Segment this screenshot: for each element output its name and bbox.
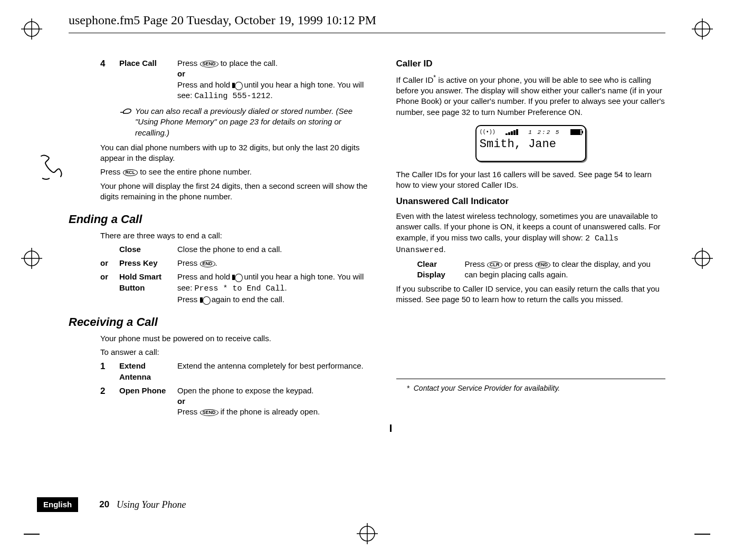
lcd-status-bar: ((•)) 1 2:2 5 <box>480 128 582 137</box>
end-key-icon: END <box>535 262 550 268</box>
send-key-icon: SEND <box>200 409 218 416</box>
text: Press and hold <box>177 80 232 89</box>
language-label: English <box>37 497 78 512</box>
text: Press <box>177 407 200 416</box>
text: if the phone is already open. <box>218 407 320 416</box>
signal-icon: ((•)) <box>480 129 495 136</box>
paragraph: There are three ways to end a call: <box>100 230 370 241</box>
note-text: You can also recall a previously dialed … <box>135 106 370 138</box>
paragraph: Your phone will display the first 24 dig… <box>100 181 370 202</box>
text: again to end the call. <box>209 295 285 304</box>
phone-illustration-icon <box>37 153 62 185</box>
text: . <box>285 283 287 292</box>
note-row: You can also recall a previously dialed … <box>119 106 370 138</box>
step-label: Open Phone <box>119 385 177 418</box>
text: is active on your phone, you will be abl… <box>396 75 665 117</box>
end-key-icon: END <box>200 260 215 267</box>
receive-step-2-row: 2 Open Phone Open the phone to expose th… <box>100 385 370 418</box>
registration-mark-icon <box>21 18 42 40</box>
lcd-caller-name: Smith, Jane <box>480 137 582 152</box>
row-body: Press CLR or press END to clear the disp… <box>465 259 666 281</box>
step-number: 1 <box>100 361 119 382</box>
text: Press <box>177 295 200 304</box>
text: to see the entire phone number. <box>138 167 252 176</box>
text: Press <box>100 167 123 176</box>
change-bar-icon <box>390 424 392 432</box>
or-label: or <box>177 397 185 405</box>
end-call-key-row: or Press Key Press END. <box>100 258 370 268</box>
step-number: 4 <box>100 58 119 102</box>
text: Press and hold <box>177 272 232 281</box>
smart-button-icon <box>232 82 242 89</box>
paragraph: To answer a call: <box>100 347 370 358</box>
footnote-marker: * <box>407 384 409 392</box>
paragraph: The Caller IDs for your last 16 callers … <box>396 169 666 191</box>
smart-button-icon <box>232 274 242 281</box>
subheading-unanswered: Unanswered Call Indicator <box>396 196 666 208</box>
text: . <box>271 91 273 100</box>
footnote-text: Contact your Service Provider for availa… <box>414 384 560 392</box>
subheading-caller-id: Caller ID <box>396 58 666 70</box>
blank-cell <box>100 244 119 255</box>
paragraph: Even with the latest wireless technology… <box>396 211 666 256</box>
crop-mark-icon <box>694 534 710 535</box>
or-label: or <box>100 272 119 305</box>
display-text: Press * to End Call <box>195 284 285 293</box>
registration-mark-icon <box>357 523 378 544</box>
paragraph: You can dial phone numbers with up to 32… <box>100 142 370 164</box>
end-call-close-row: Close Close the phone to end a call. <box>100 244 370 255</box>
signal-bars-icon <box>506 129 518 135</box>
running-header: usephone.fm5 Page 20 Tuesday, October 19… <box>69 13 376 27</box>
text: or press <box>502 259 536 268</box>
rcl-key-icon: RCL <box>123 169 138 176</box>
page-number: 20 <box>99 499 109 511</box>
registration-mark-icon <box>21 248 42 269</box>
paragraph: If you subscribe to Caller ID service, y… <box>396 284 666 305</box>
clear-display-row: Clear Display Press CLR or press END to … <box>396 259 666 281</box>
battery-icon <box>570 129 582 135</box>
footnote: * Contact your Service Provider for avai… <box>396 379 666 393</box>
text: Press <box>177 59 200 67</box>
text: If Caller ID <box>396 75 434 84</box>
row-body: Close the phone to end a call. <box>177 244 370 255</box>
row-label: Clear Display <box>417 259 465 281</box>
step-number: 2 <box>100 385 119 418</box>
text: to place the call. <box>218 59 278 67</box>
paragraph: Your phone must be powered on to receive… <box>100 333 370 344</box>
smart-button-icon <box>200 296 209 304</box>
text: . <box>215 258 217 267</box>
crop-mark-icon <box>24 534 40 535</box>
row-body: Press END. <box>177 258 370 268</box>
row-label: Press Key <box>119 258 177 268</box>
or-label: or <box>100 258 119 268</box>
paragraph: Press RCL to see the entire phone number… <box>100 167 370 177</box>
row-label: Hold Smart Button <box>119 272 177 305</box>
text: Open the phone to expose the keypad. <box>177 386 314 395</box>
clr-key-icon: CLR <box>487 262 502 268</box>
receive-step-1-row: 1 Extend Antenna Extend the antenna comp… <box>100 361 370 382</box>
step-label: Extend Antenna <box>119 361 177 382</box>
step-4-row: 4 Place Call Press SEND to place the cal… <box>100 58 370 102</box>
step-body: Open the phone to expose the keypad. or … <box>177 385 370 418</box>
send-key-icon: SEND <box>200 61 218 67</box>
row-label: Close <box>119 244 177 255</box>
row-body: Press and hold until you hear a high ton… <box>177 272 370 305</box>
phone-display-illustration: ((•)) 1 2:2 5 Smith, Jane <box>475 125 586 162</box>
step-label: Place Call <box>119 58 177 102</box>
text: Press <box>465 259 488 268</box>
page-footer: English 20 Using Your Phone <box>37 497 370 513</box>
end-call-smart-row: or Hold Smart Button Press and hold unti… <box>100 272 370 305</box>
section-heading-ending-call: Ending a Call <box>69 211 370 227</box>
paragraph: If Caller ID* is active on your phone, y… <box>396 73 666 118</box>
lcd-time: 1 2:2 5 <box>528 129 560 137</box>
display-text: Calling 555-1212 <box>195 92 271 101</box>
text: Press <box>177 258 200 267</box>
registration-mark-icon <box>692 18 713 40</box>
note-hand-icon <box>119 106 135 138</box>
text: Even with the latest wireless technology… <box>396 211 661 242</box>
header-rule <box>69 33 665 33</box>
section-heading-receiving-call: Receiving a Call <box>69 314 370 330</box>
step-body: Press SEND to place the call. or Press a… <box>177 58 370 102</box>
or-label: or <box>177 69 185 78</box>
footer-title: Using Your Phone <box>117 498 186 511</box>
